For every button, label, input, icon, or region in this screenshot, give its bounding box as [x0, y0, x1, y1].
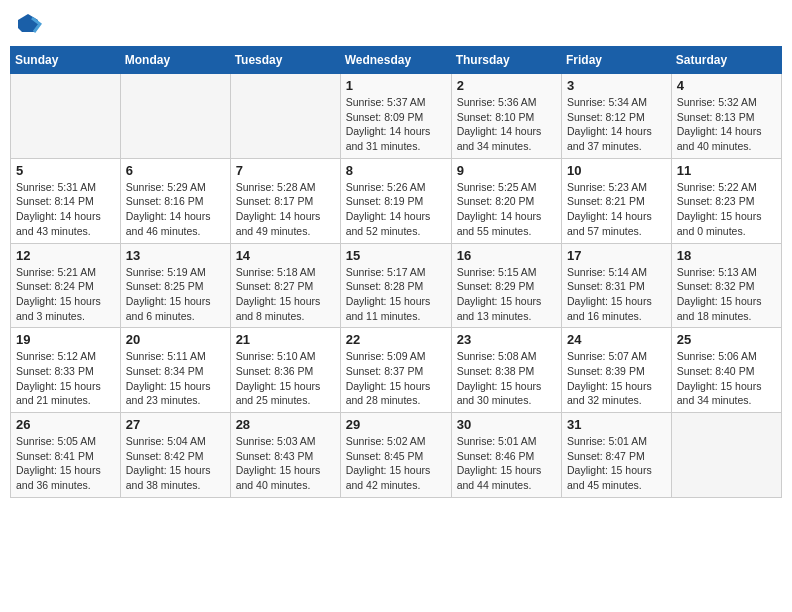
header-cell-wednesday: Wednesday [340, 47, 451, 74]
day-number: 31 [567, 417, 666, 432]
day-info: Sunrise: 5:26 AM Sunset: 8:19 PM Dayligh… [346, 180, 446, 239]
day-cell: 28Sunrise: 5:03 AM Sunset: 8:43 PM Dayli… [230, 413, 340, 498]
day-cell: 14Sunrise: 5:18 AM Sunset: 8:27 PM Dayli… [230, 243, 340, 328]
day-cell: 9Sunrise: 5:25 AM Sunset: 8:20 PM Daylig… [451, 158, 561, 243]
day-cell: 6Sunrise: 5:29 AM Sunset: 8:16 PM Daylig… [120, 158, 230, 243]
day-cell [230, 74, 340, 159]
day-info: Sunrise: 5:11 AM Sunset: 8:34 PM Dayligh… [126, 349, 225, 408]
day-cell: 1Sunrise: 5:37 AM Sunset: 8:09 PM Daylig… [340, 74, 451, 159]
day-cell: 20Sunrise: 5:11 AM Sunset: 8:34 PM Dayli… [120, 328, 230, 413]
day-cell: 25Sunrise: 5:06 AM Sunset: 8:40 PM Dayli… [671, 328, 781, 413]
day-info: Sunrise: 5:28 AM Sunset: 8:17 PM Dayligh… [236, 180, 335, 239]
day-cell: 26Sunrise: 5:05 AM Sunset: 8:41 PM Dayli… [11, 413, 121, 498]
header-cell-saturday: Saturday [671, 47, 781, 74]
day-cell [671, 413, 781, 498]
day-cell: 15Sunrise: 5:17 AM Sunset: 8:28 PM Dayli… [340, 243, 451, 328]
header-cell-monday: Monday [120, 47, 230, 74]
day-number: 4 [677, 78, 776, 93]
day-number: 15 [346, 248, 446, 263]
day-info: Sunrise: 5:36 AM Sunset: 8:10 PM Dayligh… [457, 95, 556, 154]
week-row-3: 19Sunrise: 5:12 AM Sunset: 8:33 PM Dayli… [11, 328, 782, 413]
day-number: 1 [346, 78, 446, 93]
day-number: 17 [567, 248, 666, 263]
day-cell: 7Sunrise: 5:28 AM Sunset: 8:17 PM Daylig… [230, 158, 340, 243]
day-info: Sunrise: 5:34 AM Sunset: 8:12 PM Dayligh… [567, 95, 666, 154]
day-cell: 8Sunrise: 5:26 AM Sunset: 8:19 PM Daylig… [340, 158, 451, 243]
day-info: Sunrise: 5:05 AM Sunset: 8:41 PM Dayligh… [16, 434, 115, 493]
day-info: Sunrise: 5:21 AM Sunset: 8:24 PM Dayligh… [16, 265, 115, 324]
week-row-0: 1Sunrise: 5:37 AM Sunset: 8:09 PM Daylig… [11, 74, 782, 159]
day-number: 18 [677, 248, 776, 263]
day-cell: 13Sunrise: 5:19 AM Sunset: 8:25 PM Dayli… [120, 243, 230, 328]
day-number: 8 [346, 163, 446, 178]
day-cell: 27Sunrise: 5:04 AM Sunset: 8:42 PM Dayli… [120, 413, 230, 498]
calendar-table: SundayMondayTuesdayWednesdayThursdayFrid… [10, 46, 782, 498]
day-number: 19 [16, 332, 115, 347]
day-number: 30 [457, 417, 556, 432]
day-info: Sunrise: 5:22 AM Sunset: 8:23 PM Dayligh… [677, 180, 776, 239]
day-number: 16 [457, 248, 556, 263]
header-cell-friday: Friday [562, 47, 672, 74]
day-info: Sunrise: 5:23 AM Sunset: 8:21 PM Dayligh… [567, 180, 666, 239]
day-cell: 12Sunrise: 5:21 AM Sunset: 8:24 PM Dayli… [11, 243, 121, 328]
day-number: 10 [567, 163, 666, 178]
day-number: 3 [567, 78, 666, 93]
logo-icon [14, 10, 42, 38]
page-header [10, 10, 782, 38]
day-cell [120, 74, 230, 159]
header-cell-thursday: Thursday [451, 47, 561, 74]
day-number: 21 [236, 332, 335, 347]
day-cell: 3Sunrise: 5:34 AM Sunset: 8:12 PM Daylig… [562, 74, 672, 159]
day-info: Sunrise: 5:12 AM Sunset: 8:33 PM Dayligh… [16, 349, 115, 408]
day-cell: 2Sunrise: 5:36 AM Sunset: 8:10 PM Daylig… [451, 74, 561, 159]
day-info: Sunrise: 5:37 AM Sunset: 8:09 PM Dayligh… [346, 95, 446, 154]
day-number: 28 [236, 417, 335, 432]
day-info: Sunrise: 5:29 AM Sunset: 8:16 PM Dayligh… [126, 180, 225, 239]
day-info: Sunrise: 5:02 AM Sunset: 8:45 PM Dayligh… [346, 434, 446, 493]
week-row-1: 5Sunrise: 5:31 AM Sunset: 8:14 PM Daylig… [11, 158, 782, 243]
day-cell: 17Sunrise: 5:14 AM Sunset: 8:31 PM Dayli… [562, 243, 672, 328]
day-cell: 23Sunrise: 5:08 AM Sunset: 8:38 PM Dayli… [451, 328, 561, 413]
day-info: Sunrise: 5:15 AM Sunset: 8:29 PM Dayligh… [457, 265, 556, 324]
day-number: 27 [126, 417, 225, 432]
day-info: Sunrise: 5:07 AM Sunset: 8:39 PM Dayligh… [567, 349, 666, 408]
day-info: Sunrise: 5:19 AM Sunset: 8:25 PM Dayligh… [126, 265, 225, 324]
day-cell: 24Sunrise: 5:07 AM Sunset: 8:39 PM Dayli… [562, 328, 672, 413]
day-cell: 29Sunrise: 5:02 AM Sunset: 8:45 PM Dayli… [340, 413, 451, 498]
day-number: 20 [126, 332, 225, 347]
day-info: Sunrise: 5:18 AM Sunset: 8:27 PM Dayligh… [236, 265, 335, 324]
day-info: Sunrise: 5:06 AM Sunset: 8:40 PM Dayligh… [677, 349, 776, 408]
day-cell: 30Sunrise: 5:01 AM Sunset: 8:46 PM Dayli… [451, 413, 561, 498]
day-cell: 18Sunrise: 5:13 AM Sunset: 8:32 PM Dayli… [671, 243, 781, 328]
day-cell [11, 74, 121, 159]
day-number: 11 [677, 163, 776, 178]
day-number: 2 [457, 78, 556, 93]
day-number: 25 [677, 332, 776, 347]
day-number: 6 [126, 163, 225, 178]
logo [14, 10, 44, 38]
day-info: Sunrise: 5:04 AM Sunset: 8:42 PM Dayligh… [126, 434, 225, 493]
day-cell: 19Sunrise: 5:12 AM Sunset: 8:33 PM Dayli… [11, 328, 121, 413]
day-cell: 21Sunrise: 5:10 AM Sunset: 8:36 PM Dayli… [230, 328, 340, 413]
week-row-2: 12Sunrise: 5:21 AM Sunset: 8:24 PM Dayli… [11, 243, 782, 328]
day-cell: 5Sunrise: 5:31 AM Sunset: 8:14 PM Daylig… [11, 158, 121, 243]
day-info: Sunrise: 5:13 AM Sunset: 8:32 PM Dayligh… [677, 265, 776, 324]
day-number: 14 [236, 248, 335, 263]
day-info: Sunrise: 5:31 AM Sunset: 8:14 PM Dayligh… [16, 180, 115, 239]
day-number: 29 [346, 417, 446, 432]
calendar-body: 1Sunrise: 5:37 AM Sunset: 8:09 PM Daylig… [11, 74, 782, 498]
week-row-4: 26Sunrise: 5:05 AM Sunset: 8:41 PM Dayli… [11, 413, 782, 498]
day-cell: 31Sunrise: 5:01 AM Sunset: 8:47 PM Dayli… [562, 413, 672, 498]
day-info: Sunrise: 5:10 AM Sunset: 8:36 PM Dayligh… [236, 349, 335, 408]
day-number: 5 [16, 163, 115, 178]
day-info: Sunrise: 5:17 AM Sunset: 8:28 PM Dayligh… [346, 265, 446, 324]
day-cell: 22Sunrise: 5:09 AM Sunset: 8:37 PM Dayli… [340, 328, 451, 413]
day-info: Sunrise: 5:03 AM Sunset: 8:43 PM Dayligh… [236, 434, 335, 493]
day-info: Sunrise: 5:25 AM Sunset: 8:20 PM Dayligh… [457, 180, 556, 239]
day-number: 13 [126, 248, 225, 263]
day-cell: 11Sunrise: 5:22 AM Sunset: 8:23 PM Dayli… [671, 158, 781, 243]
day-cell: 4Sunrise: 5:32 AM Sunset: 8:13 PM Daylig… [671, 74, 781, 159]
day-info: Sunrise: 5:14 AM Sunset: 8:31 PM Dayligh… [567, 265, 666, 324]
day-info: Sunrise: 5:08 AM Sunset: 8:38 PM Dayligh… [457, 349, 556, 408]
day-number: 12 [16, 248, 115, 263]
